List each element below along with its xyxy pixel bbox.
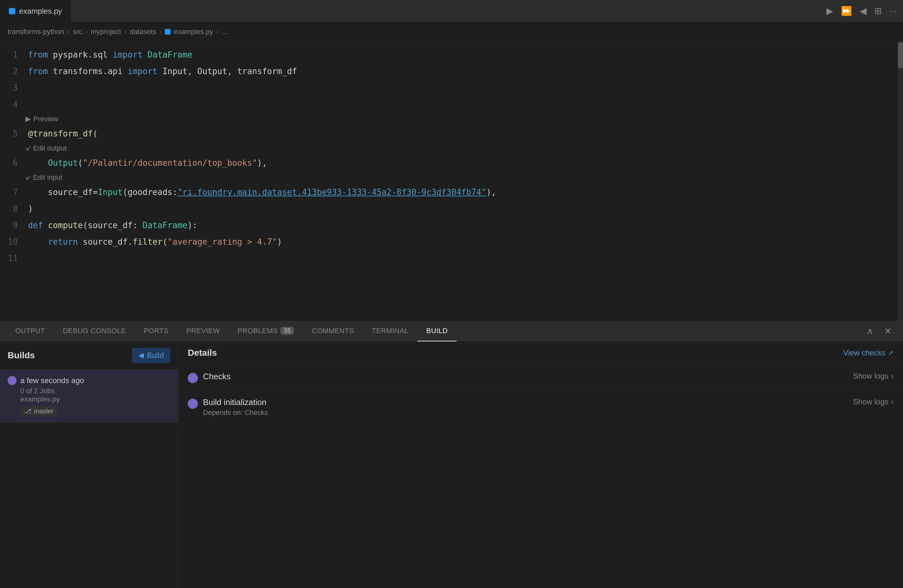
tab-terminal[interactable]: TERMINAL bbox=[363, 321, 417, 341]
tab-output[interactable]: OUTPUT bbox=[6, 321, 54, 341]
build-init-name: Build initialization bbox=[203, 398, 268, 407]
view-checks-icon: ↗ bbox=[888, 349, 894, 357]
sep-3: › bbox=[159, 28, 162, 36]
more-actions-icon[interactable]: ··· bbox=[889, 6, 897, 16]
line-num-5: 5 bbox=[0, 125, 25, 142]
line-content-6: Output("/Palantir/documentation/top_book… bbox=[25, 155, 903, 171]
preview-icon: ▶ bbox=[25, 113, 31, 125]
tab-problems[interactable]: PROBLEMS 35 bbox=[229, 321, 303, 341]
tab-ports[interactable]: PORTS bbox=[135, 321, 178, 341]
preview-btn[interactable]: Preview bbox=[33, 113, 58, 125]
breadcrumb-part-3[interactable]: datasets bbox=[130, 28, 156, 36]
line-content-7: source_df=Input(goodreads:"ri.foundry.ma… bbox=[25, 184, 903, 200]
view-checks-label: View checks bbox=[843, 348, 886, 357]
breadcrumb-part-2[interactable]: myproject bbox=[91, 28, 121, 36]
tab-build[interactable]: BUILD bbox=[417, 321, 456, 341]
build-init-sub: Depends on: Checks bbox=[203, 409, 268, 417]
build-btn-label: Build bbox=[147, 351, 164, 360]
tab-comments[interactable]: COMMENTS bbox=[303, 321, 363, 341]
line-num-4: 4 bbox=[0, 96, 25, 113]
build-init-status-dot bbox=[188, 399, 198, 409]
edit-input-btn[interactable]: ↙ Edit input bbox=[25, 171, 62, 184]
hint-edit-output: ↙ Edit output bbox=[0, 142, 903, 155]
scrollbar-thumb bbox=[898, 42, 903, 68]
breadcrumb-part-1[interactable]: src bbox=[73, 28, 82, 36]
file-tab-label: examples.py bbox=[19, 7, 62, 16]
line-content-10: return source_df.filter("average_rating … bbox=[25, 234, 903, 250]
split-editor-icon[interactable]: ⊞ bbox=[875, 6, 882, 16]
build-item-top: a few seconds ago bbox=[8, 376, 170, 385]
code-line-5: 5 @transform_df( bbox=[0, 125, 903, 142]
code-line-4: 4 bbox=[0, 96, 903, 113]
sep-0: › bbox=[67, 28, 69, 36]
line-content-9: def compute(source_df: DataFrame): bbox=[25, 217, 903, 234]
tab-debug-label: DEBUG CONSOLE bbox=[63, 327, 126, 335]
code-line-1: 1 from pyspark.sql import DataFrame bbox=[0, 46, 903, 63]
build-status-dot bbox=[8, 376, 17, 385]
editor-scrollbar[interactable] bbox=[898, 41, 903, 321]
line-content-2: from transforms.api import Input, Output… bbox=[25, 63, 903, 80]
panel-collapse-btn[interactable]: ∧ bbox=[864, 325, 876, 337]
tab-output-label: OUTPUT bbox=[15, 327, 45, 335]
breadcrumb-part-4[interactable]: examples.py bbox=[174, 28, 213, 36]
breadcrumb-part-5[interactable]: ... bbox=[222, 28, 228, 36]
line-num-3: 3 bbox=[0, 80, 25, 96]
back-icon[interactable]: ◀ bbox=[860, 6, 867, 16]
line-num-8: 8 bbox=[0, 200, 25, 217]
show-logs-label-1: Show logs bbox=[853, 398, 888, 406]
tab-actions: ▶ ⏩ ◀ ⊞ ··· bbox=[826, 6, 903, 16]
line-num-6: 6 bbox=[0, 155, 25, 171]
breadcrumb-file-icon bbox=[165, 29, 170, 35]
branch-icon: ⎇ bbox=[24, 407, 31, 415]
checks-info: Checks bbox=[203, 372, 231, 382]
panel-close-btn[interactable]: ✕ bbox=[882, 325, 894, 337]
tab-preview-label: PREVIEW bbox=[186, 327, 220, 335]
file-tab-icon bbox=[9, 8, 15, 14]
show-logs-chevron-1: › bbox=[891, 398, 894, 406]
build-list-item[interactable]: a few seconds ago 0 of 2 Jobs examples.p… bbox=[0, 370, 178, 423]
run-icon[interactable]: ▶ bbox=[826, 6, 833, 16]
sep-4: › bbox=[216, 28, 219, 36]
checks-name: Checks bbox=[203, 372, 231, 382]
main-area: examples.py ▶ ⏩ ◀ ⊞ ··· transforms-pytho… bbox=[0, 0, 903, 588]
detail-item-left-init: Build initialization Depends on: Checks bbox=[188, 398, 268, 417]
panel-tabs: OUTPUT DEBUG CONSOLE PORTS PREVIEW PROBL… bbox=[0, 321, 903, 341]
file-tab[interactable]: examples.py bbox=[0, 0, 71, 22]
line-num-10: 10 bbox=[0, 234, 25, 250]
line-content-1: from pyspark.sql import DataFrame bbox=[25, 46, 903, 63]
breadcrumb: transforms-python › src › myproject › da… bbox=[0, 22, 903, 41]
hint-edit-input: ↙ Edit input bbox=[0, 171, 903, 184]
tab-debug-console[interactable]: DEBUG CONSOLE bbox=[54, 321, 135, 341]
build-branch: ⎇ master bbox=[20, 406, 57, 416]
view-checks-button[interactable]: View checks ↗ bbox=[843, 348, 894, 357]
line-content-8: ) bbox=[25, 200, 903, 217]
code-line-6: 6 Output("/Palantir/documentation/top_bo… bbox=[0, 155, 903, 171]
build-jobs: 0 of 2 Jobs bbox=[8, 387, 170, 395]
build-init-show-logs[interactable]: Show logs › bbox=[853, 398, 894, 406]
details-panel: Details View checks ↗ Checks bbox=[178, 341, 903, 588]
tab-preview[interactable]: PREVIEW bbox=[178, 321, 229, 341]
edit-output-btn[interactable]: ↙ Edit output bbox=[25, 142, 66, 155]
line-content-5: @transform_df( bbox=[25, 125, 903, 142]
panel-content: Builds ◀ Build a few seconds ago 0 of 2 … bbox=[0, 341, 903, 588]
builds-header: Builds ◀ Build bbox=[0, 341, 178, 370]
breadcrumb-part-0[interactable]: transforms-python bbox=[8, 28, 64, 36]
code-line-10: 10 return source_df.filter("average_rati… bbox=[0, 234, 903, 250]
panel-controls: ∧ ✕ bbox=[864, 325, 897, 337]
build-time: a few seconds ago bbox=[20, 376, 84, 385]
code-line-3: 3 bbox=[0, 80, 903, 96]
checks-show-logs[interactable]: Show logs › bbox=[853, 372, 894, 380]
builds-sidebar: Builds ◀ Build a few seconds ago 0 of 2 … bbox=[0, 341, 178, 588]
detail-item-left-checks: Checks bbox=[188, 372, 231, 383]
line-num-9: 9 bbox=[0, 217, 25, 234]
build-button[interactable]: ◀ Build bbox=[132, 348, 170, 363]
build-init-info: Build initialization Depends on: Checks bbox=[203, 398, 268, 417]
code-line-8: 8 ) bbox=[0, 200, 903, 217]
show-logs-chevron-0: › bbox=[891, 372, 894, 380]
detail-item-build-init: Build initialization Depends on: Checks … bbox=[178, 390, 903, 424]
hint-preview: ▶ Preview bbox=[0, 113, 903, 125]
show-logs-label-0: Show logs bbox=[853, 372, 888, 380]
line-num-1: 1 bbox=[0, 46, 25, 63]
code-lines: 1 from pyspark.sql import DataFrame 2 fr… bbox=[0, 46, 903, 267]
fast-forward-icon[interactable]: ⏩ bbox=[841, 6, 852, 16]
